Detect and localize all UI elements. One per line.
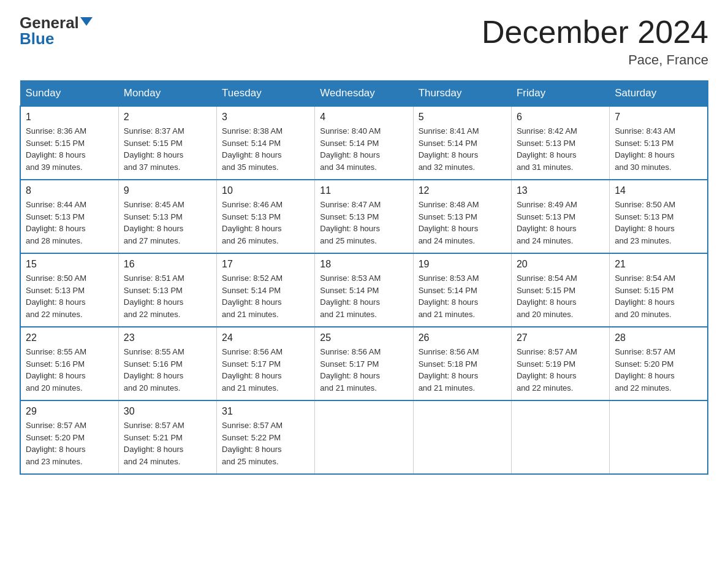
page-header: General Blue December 2024 Pace, France — [20, 15, 708, 68]
day-number: 10 — [222, 185, 309, 196]
day-header-tuesday: Tuesday — [217, 81, 315, 107]
calendar-day-cell: 23Sunrise: 8:55 AMSunset: 5:16 PMDayligh… — [118, 327, 216, 400]
calendar-week-row: 8Sunrise: 8:44 AMSunset: 5:13 PMDaylight… — [20, 180, 708, 253]
day-number: 21 — [615, 259, 702, 270]
day-number: 31 — [222, 406, 309, 417]
day-info: Sunrise: 8:48 AMSunset: 5:13 PMDaylight:… — [419, 199, 506, 247]
title-area: December 2024 Pace, France — [482, 15, 708, 68]
calendar-week-row: 15Sunrise: 8:50 AMSunset: 5:13 PMDayligh… — [20, 253, 708, 327]
logo: General Blue — [20, 15, 93, 47]
day-info: Sunrise: 8:49 AMSunset: 5:13 PMDaylight:… — [517, 199, 604, 247]
day-info: Sunrise: 8:44 AMSunset: 5:13 PMDaylight:… — [26, 199, 113, 247]
day-info: Sunrise: 8:57 AMSunset: 5:22 PMDaylight:… — [222, 419, 309, 467]
calendar-day-cell: 12Sunrise: 8:48 AMSunset: 5:13 PMDayligh… — [413, 180, 511, 253]
calendar-day-cell: 1Sunrise: 8:36 AMSunset: 5:15 PMDaylight… — [20, 106, 118, 180]
day-number: 7 — [615, 112, 702, 123]
day-number: 6 — [517, 112, 604, 123]
day-number: 20 — [517, 259, 604, 270]
calendar-day-cell: 26Sunrise: 8:56 AMSunset: 5:18 PMDayligh… — [413, 327, 511, 400]
calendar-week-row: 1Sunrise: 8:36 AMSunset: 5:15 PMDaylight… — [20, 106, 708, 180]
calendar-day-cell: 19Sunrise: 8:53 AMSunset: 5:14 PMDayligh… — [413, 253, 511, 327]
calendar-day-cell: 16Sunrise: 8:51 AMSunset: 5:13 PMDayligh… — [118, 253, 216, 327]
day-number: 3 — [222, 112, 309, 123]
calendar-week-row: 29Sunrise: 8:57 AMSunset: 5:20 PMDayligh… — [20, 400, 708, 474]
calendar-day-cell: 21Sunrise: 8:54 AMSunset: 5:15 PMDayligh… — [610, 253, 708, 327]
day-info: Sunrise: 8:50 AMSunset: 5:13 PMDaylight:… — [26, 272, 113, 320]
day-info: Sunrise: 8:55 AMSunset: 5:16 PMDaylight:… — [26, 346, 113, 394]
day-info: Sunrise: 8:54 AMSunset: 5:15 PMDaylight:… — [517, 272, 604, 320]
day-info: Sunrise: 8:53 AMSunset: 5:14 PMDaylight:… — [320, 272, 408, 320]
calendar-day-cell: 13Sunrise: 8:49 AMSunset: 5:13 PMDayligh… — [511, 180, 609, 253]
calendar-table: SundayMondayTuesdayWednesdayThursdayFrid… — [20, 80, 708, 475]
logo-triangle-icon — [80, 17, 93, 26]
day-number: 2 — [124, 112, 211, 123]
day-info: Sunrise: 8:41 AMSunset: 5:14 PMDaylight:… — [419, 125, 506, 173]
day-info: Sunrise: 8:36 AMSunset: 5:15 PMDaylight:… — [26, 125, 113, 173]
calendar-day-cell: 27Sunrise: 8:57 AMSunset: 5:19 PMDayligh… — [511, 327, 609, 400]
day-info: Sunrise: 8:52 AMSunset: 5:14 PMDaylight:… — [222, 272, 309, 320]
day-info: Sunrise: 8:50 AMSunset: 5:13 PMDaylight:… — [615, 199, 702, 247]
calendar-day-cell — [413, 400, 511, 474]
day-number: 12 — [419, 185, 506, 196]
day-header-thursday: Thursday — [413, 81, 511, 107]
calendar-day-cell: 7Sunrise: 8:43 AMSunset: 5:13 PMDaylight… — [610, 106, 708, 180]
location: Pace, France — [482, 52, 708, 68]
day-number: 28 — [615, 332, 702, 343]
calendar-day-cell: 15Sunrise: 8:50 AMSunset: 5:13 PMDayligh… — [20, 253, 118, 327]
day-header-sunday: Sunday — [20, 81, 118, 107]
month-title: December 2024 — [482, 15, 708, 50]
calendar-header: SundayMondayTuesdayWednesdayThursdayFrid… — [20, 81, 708, 107]
day-info: Sunrise: 8:37 AMSunset: 5:15 PMDaylight:… — [124, 125, 211, 173]
calendar-day-cell: 6Sunrise: 8:42 AMSunset: 5:13 PMDaylight… — [511, 106, 609, 180]
day-info: Sunrise: 8:57 AMSunset: 5:20 PMDaylight:… — [615, 346, 702, 394]
calendar-day-cell: 10Sunrise: 8:46 AMSunset: 5:13 PMDayligh… — [217, 180, 315, 253]
calendar-day-cell: 9Sunrise: 8:45 AMSunset: 5:13 PMDaylight… — [118, 180, 216, 253]
day-number: 19 — [419, 259, 506, 270]
day-number: 13 — [517, 185, 604, 196]
calendar-day-cell: 25Sunrise: 8:56 AMSunset: 5:17 PMDayligh… — [315, 327, 413, 400]
day-info: Sunrise: 8:42 AMSunset: 5:13 PMDaylight:… — [517, 125, 604, 173]
day-number: 23 — [124, 332, 211, 343]
calendar-day-cell: 18Sunrise: 8:53 AMSunset: 5:14 PMDayligh… — [315, 253, 413, 327]
day-number: 18 — [320, 259, 408, 270]
day-info: Sunrise: 8:46 AMSunset: 5:13 PMDaylight:… — [222, 199, 309, 247]
calendar-day-cell: 2Sunrise: 8:37 AMSunset: 5:15 PMDaylight… — [118, 106, 216, 180]
day-info: Sunrise: 8:38 AMSunset: 5:14 PMDaylight:… — [222, 125, 309, 173]
calendar-day-cell: 14Sunrise: 8:50 AMSunset: 5:13 PMDayligh… — [610, 180, 708, 253]
calendar-day-cell: 20Sunrise: 8:54 AMSunset: 5:15 PMDayligh… — [511, 253, 609, 327]
calendar-day-cell: 3Sunrise: 8:38 AMSunset: 5:14 PMDaylight… — [217, 106, 315, 180]
day-number: 16 — [124, 259, 211, 270]
calendar-day-cell: 29Sunrise: 8:57 AMSunset: 5:20 PMDayligh… — [20, 400, 118, 474]
day-info: Sunrise: 8:55 AMSunset: 5:16 PMDaylight:… — [124, 346, 211, 394]
day-number: 27 — [517, 332, 604, 343]
calendar-day-cell: 28Sunrise: 8:57 AMSunset: 5:20 PMDayligh… — [610, 327, 708, 400]
day-number: 26 — [419, 332, 506, 343]
day-info: Sunrise: 8:54 AMSunset: 5:15 PMDaylight:… — [615, 272, 702, 320]
day-number: 8 — [26, 185, 113, 196]
day-number: 9 — [124, 185, 211, 196]
day-number: 17 — [222, 259, 309, 270]
day-info: Sunrise: 8:53 AMSunset: 5:14 PMDaylight:… — [419, 272, 506, 320]
day-info: Sunrise: 8:51 AMSunset: 5:13 PMDaylight:… — [124, 272, 211, 320]
calendar-body: 1Sunrise: 8:36 AMSunset: 5:15 PMDaylight… — [20, 106, 708, 474]
day-header-monday: Monday — [118, 81, 216, 107]
day-info: Sunrise: 8:56 AMSunset: 5:17 PMDaylight:… — [320, 346, 408, 394]
calendar-week-row: 22Sunrise: 8:55 AMSunset: 5:16 PMDayligh… — [20, 327, 708, 400]
day-info: Sunrise: 8:45 AMSunset: 5:13 PMDaylight:… — [124, 199, 211, 247]
day-info: Sunrise: 8:57 AMSunset: 5:21 PMDaylight:… — [124, 419, 211, 467]
calendar-day-cell: 4Sunrise: 8:40 AMSunset: 5:14 PMDaylight… — [315, 106, 413, 180]
day-headers-row: SundayMondayTuesdayWednesdayThursdayFrid… — [20, 81, 708, 107]
day-header-wednesday: Wednesday — [315, 81, 413, 107]
day-number: 22 — [26, 332, 113, 343]
calendar-day-cell: 24Sunrise: 8:56 AMSunset: 5:17 PMDayligh… — [217, 327, 315, 400]
day-number: 25 — [320, 332, 408, 343]
day-header-saturday: Saturday — [610, 81, 708, 107]
day-number: 14 — [615, 185, 702, 196]
day-info: Sunrise: 8:57 AMSunset: 5:20 PMDaylight:… — [26, 419, 113, 467]
calendar-day-cell: 22Sunrise: 8:55 AMSunset: 5:16 PMDayligh… — [20, 327, 118, 400]
day-info: Sunrise: 8:47 AMSunset: 5:13 PMDaylight:… — [320, 199, 408, 247]
day-info: Sunrise: 8:40 AMSunset: 5:14 PMDaylight:… — [320, 125, 408, 173]
logo-general-text: General — [20, 15, 79, 31]
day-number: 29 — [26, 406, 113, 417]
day-info: Sunrise: 8:57 AMSunset: 5:19 PMDaylight:… — [517, 346, 604, 394]
